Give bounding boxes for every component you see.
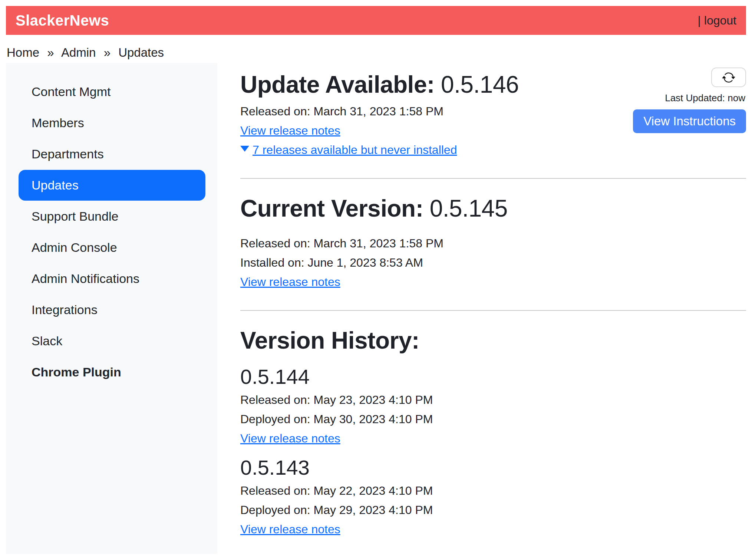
section-divider <box>240 178 746 179</box>
release-notes-link[interactable]: View release notes <box>240 432 340 445</box>
sidebar-item-integrations[interactable]: Integrations <box>19 294 205 325</box>
page: SlackerNews | logout Home » Admin » Upda… <box>0 0 752 560</box>
pending-releases-link[interactable]: 7 releases available but never installed <box>253 143 457 157</box>
update-available-version: 0.5.146 <box>441 71 519 98</box>
history-released-on: Released on: May 22, 2023 4:10 PM <box>240 484 746 498</box>
brand-title: SlackerNews <box>16 12 109 29</box>
version-history-heading: Version History: <box>240 326 746 355</box>
last-updated-text: Last Updated: now <box>665 92 745 104</box>
breadcrumb-separator: » <box>104 46 111 59</box>
breadcrumb-separator: » <box>47 46 54 59</box>
main-content: Last Updated: now View Instructions Upda… <box>217 63 746 541</box>
breadcrumb-current: Updates <box>118 46 164 59</box>
caret-down-icon <box>240 146 249 152</box>
sidebar-menu: Content Mgmt Members Departments Updates… <box>19 76 205 388</box>
current-version-heading: Current Version: 0.5.145 <box>240 194 746 223</box>
history-version-number: 0.5.144 <box>240 365 746 389</box>
update-controls: Last Updated: now View Instructions <box>633 67 746 133</box>
version-history-label: Version History: <box>240 327 419 354</box>
sidebar-item-chrome-plugin[interactable]: Chrome Plugin <box>19 357 205 388</box>
refresh-button[interactable] <box>711 67 746 87</box>
version-history-section: Version History: 0.5.144 Released on: Ma… <box>240 326 746 537</box>
history-version-number: 0.5.143 <box>240 455 746 480</box>
sidebar-item-admin-notifications[interactable]: Admin Notifications <box>19 263 205 294</box>
sidebar-item-admin-console[interactable]: Admin Console <box>19 232 205 263</box>
sidebar-item-updates[interactable]: Updates <box>19 170 205 201</box>
breadcrumb-home[interactable]: Home <box>7 46 39 59</box>
sidebar-item-support-bundle[interactable]: Support Bundle <box>19 201 205 232</box>
view-instructions-button[interactable]: View Instructions <box>633 109 746 133</box>
app-header: SlackerNews | logout <box>6 6 746 35</box>
section-divider <box>240 310 746 311</box>
update-available-label: Update Available: <box>240 71 435 98</box>
sidebar-item-content-mgmt[interactable]: Content Mgmt <box>19 76 205 107</box>
release-notes-link[interactable]: View release notes <box>240 124 340 137</box>
sidebar-item-members[interactable]: Members <box>19 108 205 138</box>
main-layout: Content Mgmt Members Departments Updates… <box>6 63 746 554</box>
release-notes-link[interactable]: View release notes <box>240 275 340 289</box>
current-version-number: 0.5.145 <box>430 195 508 222</box>
sidebar: Content Mgmt Members Departments Updates… <box>6 63 217 554</box>
current-version-section: Current Version: 0.5.145 Released on: Ma… <box>240 194 746 289</box>
breadcrumb: Home » Admin » Updates <box>7 45 746 60</box>
history-deployed-on: Deployed on: May 30, 2023 4:10 PM <box>240 412 746 426</box>
current-released-on: Released on: March 31, 2023 1:58 PM <box>240 236 746 251</box>
current-installed-on: Installed on: June 1, 2023 8:53 AM <box>240 256 746 270</box>
refresh-icon <box>722 71 735 84</box>
history-released-on: Released on: May 23, 2023 4:10 PM <box>240 393 746 407</box>
release-notes-link[interactable]: View release notes <box>240 523 340 536</box>
breadcrumb-admin[interactable]: Admin <box>61 46 96 59</box>
sidebar-item-departments[interactable]: Departments <box>19 139 205 169</box>
current-version-label: Current Version: <box>240 195 423 222</box>
version-history-entry: 0.5.143 Released on: May 22, 2023 4:10 P… <box>240 455 746 537</box>
logout-link[interactable]: | logout <box>698 14 736 27</box>
version-history-entry: 0.5.144 Released on: May 23, 2023 4:10 P… <box>240 365 746 446</box>
sidebar-item-slack[interactable]: Slack <box>19 326 205 356</box>
history-deployed-on: Deployed on: May 29, 2023 4:10 PM <box>240 503 746 517</box>
